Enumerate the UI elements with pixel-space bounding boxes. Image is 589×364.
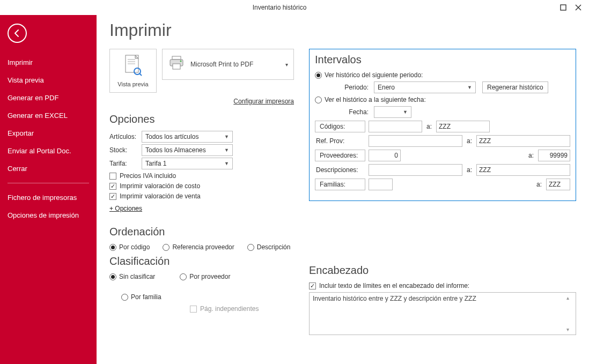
chevron-down-icon: ▾ <box>285 62 288 68</box>
precios-iva-checkbox[interactable]: Precios IVA incluido <box>109 172 294 180</box>
clasif-familia-radio[interactable]: Por familia <box>121 293 161 301</box>
stock-label: Stock: <box>109 146 142 154</box>
fecha-label: Fecha: <box>330 108 371 116</box>
sidebar-item-fichero-impresoras[interactable]: Fichero de impresoras <box>0 189 97 206</box>
checkbox-checked-icon <box>309 283 316 289</box>
orden-descripcion-radio[interactable]: Descripción <box>247 243 291 251</box>
chevron-down-icon: ▼ <box>224 134 229 139</box>
checkbox-checked-icon <box>109 193 116 200</box>
refprov-from-input[interactable] <box>369 135 462 147</box>
vista-previa-button[interactable]: Vista previa <box>109 49 157 93</box>
titlebar: Inventario histórico <box>0 0 589 15</box>
back-button[interactable] <box>8 24 27 43</box>
fecha-radio[interactable]: Ver el histórico a la siguiente fecha: <box>315 96 426 103</box>
a-separator: a: <box>527 152 535 159</box>
radio-off-icon <box>121 294 128 301</box>
sidebar-item-cerrar[interactable]: Cerrar <box>0 160 97 177</box>
printer-selector[interactable]: Microsoft Print to PDF ▾ <box>162 49 294 80</box>
regenerar-historico-button[interactable]: Regenerar histórico <box>482 81 548 93</box>
articulos-label: Artículos: <box>109 133 142 140</box>
familias-to-input[interactable]: ZZZ <box>546 179 570 190</box>
descripciones-to-input[interactable]: ZZZ <box>476 164 570 176</box>
chevron-down-icon: ▼ <box>403 109 408 115</box>
page-preview-icon <box>123 54 143 79</box>
a-separator: a: <box>535 181 543 188</box>
configurar-impresora-link[interactable]: Configurar impresora <box>233 98 294 105</box>
radio-off-icon <box>247 244 254 251</box>
refprov-label: Ref. Prov: <box>315 137 365 145</box>
periodo-radio[interactable]: Ver histórico del siguiente periodo: <box>315 71 423 79</box>
sidebar-item-vista-previa[interactable]: Vista previa <box>0 71 97 89</box>
sidebar-item-generar-excel[interactable]: Generar en EXCEL <box>0 107 97 124</box>
codigos-to-input[interactable]: ZZZ <box>436 121 490 132</box>
main-content: Imprimir <box>97 15 589 364</box>
radio-on-icon <box>109 273 116 280</box>
ordenacion-heading: Ordenación <box>109 226 294 238</box>
imprimir-costo-checkbox[interactable]: Imprimir valoración de costo <box>109 182 294 190</box>
encabezado-textarea[interactable]: Inventario histórico entre y ZZZ y descr… <box>309 292 576 335</box>
proveedores-button[interactable]: Proveedores: <box>315 150 365 161</box>
svg-line-8 <box>139 73 142 76</box>
sidebar-item-imprimir[interactable]: Imprimir <box>0 54 97 71</box>
scroll-down-icon: ▾ <box>566 326 569 332</box>
sidebar-separator <box>8 183 89 183</box>
encabezado-heading: Encabezado <box>309 264 576 277</box>
svg-rect-9 <box>172 56 181 60</box>
radio-on-icon <box>109 244 116 251</box>
pag-independientes-checkbox: Pág. independientes <box>190 305 294 313</box>
clasificacion-heading: Clasificación <box>109 255 294 268</box>
fecha-select[interactable]: ▼ <box>374 106 411 118</box>
chevron-down-icon: ▼ <box>224 161 229 166</box>
scrollbar[interactable]: ▴ ▾ <box>563 295 572 332</box>
familias-from-input[interactable] <box>369 179 393 190</box>
svg-rect-0 <box>561 5 566 10</box>
a-separator: a: <box>466 137 473 145</box>
svg-point-12 <box>180 61 182 62</box>
maximize-button[interactable] <box>557 2 570 13</box>
periodo-label: Periodo: <box>330 84 371 91</box>
proveedores-from-input[interactable]: 0 <box>369 150 401 161</box>
checkbox-disabled-icon <box>190 306 197 313</box>
incluir-limites-checkbox[interactable]: Incluir texto de límites en el encabezad… <box>309 282 576 289</box>
articulos-select[interactable]: Todos los artículos ▼ <box>142 131 233 143</box>
checkbox-icon <box>109 173 116 180</box>
imprimir-venta-checkbox[interactable]: Imprimir valoración de venta <box>109 192 294 200</box>
familias-button[interactable]: Familias: <box>315 179 365 190</box>
encabezado-text: Inventario histórico entre y ZZZ y descr… <box>313 295 563 332</box>
a-separator: a: <box>466 166 473 174</box>
checkbox-checked-icon <box>109 183 116 190</box>
clasif-proveedor-radio[interactable]: Por proveedor <box>180 273 230 280</box>
tarifa-select[interactable]: Tarifa 1 ▼ <box>142 158 233 169</box>
refprov-to-input[interactable]: ZZZ <box>476 135 570 147</box>
a-separator: a: <box>425 123 433 130</box>
clasif-sin-radio[interactable]: Sin clasificar <box>109 273 155 280</box>
proveedores-to-input[interactable]: 99999 <box>538 150 570 161</box>
sidebar: Imprimir Vista previa Generar en PDF Gen… <box>0 15 97 364</box>
sidebar-item-opciones-impresion[interactable]: Opciones de impresión <box>0 206 97 224</box>
close-button[interactable] <box>572 2 585 13</box>
sidebar-item-exportar[interactable]: Exportar <box>0 124 97 142</box>
sidebar-item-enviar-portal[interactable]: Enviar al Portal Doc. <box>0 142 97 160</box>
descripciones-from-input[interactable] <box>369 164 462 176</box>
descripciones-label: Descripciones: <box>315 166 365 174</box>
vista-previa-label: Vista previa <box>117 81 148 87</box>
intervalos-panel: Intervalos Ver histórico del siguiente p… <box>309 49 576 201</box>
chevron-down-icon: ▼ <box>224 147 229 153</box>
scroll-up-icon: ▴ <box>566 295 569 301</box>
svg-rect-11 <box>173 64 180 69</box>
orden-referencia-radio[interactable]: Referencia proveedor <box>163 243 234 251</box>
printer-name: Microsoft Print to PDF <box>190 61 285 68</box>
opciones-heading: Opciones <box>109 113 294 125</box>
tarifa-label: Tarifa: <box>109 160 142 167</box>
mas-opciones-link[interactable]: + Opciones <box>109 205 142 212</box>
orden-por-codigo-radio[interactable]: Por código <box>109 243 150 251</box>
sidebar-item-generar-pdf[interactable]: Generar en PDF <box>0 89 97 107</box>
chevron-down-icon: ▼ <box>467 85 472 90</box>
stock-select[interactable]: Todos los Almacenes ▼ <box>142 144 233 156</box>
codigos-from-input[interactable] <box>369 121 422 132</box>
codigos-button[interactable]: Códigos: <box>315 121 365 132</box>
radio-off-icon <box>163 244 170 251</box>
page-title: Imprimir <box>109 20 576 40</box>
printer-icon <box>168 55 185 73</box>
periodo-select[interactable]: Enero ▼ <box>374 81 476 93</box>
